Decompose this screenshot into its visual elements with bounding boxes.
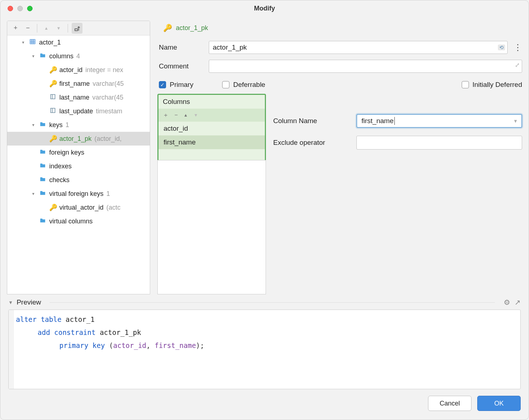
column-detail-form: Column Name first_name ▼ Exclude operato… [273, 94, 522, 294]
remove-column-button[interactable]: − [174, 112, 178, 118]
maximize-window-icon[interactable] [27, 6, 33, 11]
name-input[interactable]: actor_1_pk ⟲ [209, 41, 508, 54]
count-badge: 4 [76, 52, 80, 60]
tree-label: last_name [59, 94, 89, 101]
folder-icon [39, 176, 46, 184]
folder-icon [39, 52, 46, 60]
tree-label: checks [49, 176, 69, 184]
tree-label: actor_1 [39, 39, 61, 46]
column-item-selected[interactable]: first_name [158, 135, 265, 149]
add-column-button[interactable]: ＋ [163, 112, 169, 119]
type-hint: varchar(45 [92, 94, 123, 101]
close-window-icon[interactable] [8, 6, 13, 11]
column-name-combobox[interactable]: first_name ▼ [356, 114, 522, 128]
checkbox-icon [462, 81, 469, 88]
key-column-icon: 🔑 [49, 66, 56, 74]
name-value: actor_1_pk [213, 43, 247, 51]
preview-label: Preview [17, 298, 41, 306]
folder-icon [39, 148, 46, 157]
expand-icon[interactable]: ▾ [30, 122, 36, 127]
tree-keys-group[interactable]: ▾ keys 1 [7, 118, 150, 132]
titlebar: Modify [0, 0, 529, 16]
sync-icon[interactable]: ⟲ [498, 45, 505, 50]
header-title: actor_1_pk [176, 24, 208, 32]
tree-column-item[interactable]: 🔑 actor_id integer = nex [7, 63, 150, 77]
exclude-operator-label: Exclude operator [273, 139, 349, 147]
deferrable-checkbox[interactable]: Deferrable [222, 81, 265, 89]
expand-icon[interactable]: ▾ [20, 40, 26, 45]
tree-column-item[interactable]: last_update timestam [7, 104, 150, 118]
column-name-label: Column Name [273, 117, 349, 125]
svg-rect-1 [30, 39, 35, 44]
comment-label: Comment [157, 62, 203, 70]
exclude-operator-input[interactable] [356, 136, 522, 150]
folder-icon [39, 121, 46, 129]
move-down-button[interactable]: ▼ [194, 113, 198, 118]
checkbox-icon [222, 81, 229, 88]
tree-vfk-group[interactable]: ▾ virtual foreign keys 1 [7, 187, 150, 201]
tree-vcols-group[interactable]: virtual columns [7, 214, 150, 228]
cancel-button[interactable]: Cancel [428, 396, 471, 411]
detail-hint: (actor_id, [94, 135, 122, 143]
move-down-button[interactable]: ▼ [53, 23, 64, 34]
tree-table-node[interactable]: ▾ actor_1 [7, 35, 150, 49]
tree-label: virtual columns [49, 218, 93, 225]
tree-label: indexes [49, 163, 72, 170]
move-up-button[interactable]: ▲ [41, 23, 52, 34]
tree-checks-group[interactable]: checks [7, 173, 150, 187]
collapse-icon[interactable]: ▼ [8, 300, 13, 305]
separator [37, 24, 37, 33]
columns-list[interactable]: actor_id first_name [158, 122, 265, 160]
preview-section: ▼ Preview ⚙ ↗ alter table actor_1 add co… [0, 294, 529, 389]
initially-deferred-checkbox[interactable]: Initially Deferred [462, 81, 522, 89]
checkbox-label: Initially Deferred [473, 81, 522, 89]
gutter [9, 310, 14, 389]
navigate-parent-button[interactable] [72, 23, 82, 34]
sidebar: + − ▲ ▼ ▾ actor_1 ▾ colu [7, 21, 150, 294]
add-button[interactable]: + [10, 23, 21, 34]
open-external-icon[interactable]: ↗ [515, 298, 521, 307]
columns-list-extension[interactable] [157, 160, 266, 294]
object-tree[interactable]: ▾ actor_1 ▾ columns 4 🔑 actor_id integer… [7, 35, 150, 294]
primary-checkbox[interactable]: ✓ Primary [159, 81, 193, 89]
tree-label: first_name [59, 80, 90, 88]
tree-column-item[interactable]: last_name varchar(45 [7, 91, 150, 104]
tree-columns-group[interactable]: ▾ columns 4 [7, 49, 150, 63]
tree-vfk-item[interactable]: 🔑 virtual_actor_id (actc [7, 201, 150, 214]
details-pane: 🔑 actor_1_pk Name actor_1_pk ⟲ ⋮ Comment… [150, 21, 522, 294]
ok-button[interactable]: OK [477, 396, 521, 411]
tree-index-group[interactable]: indexes [7, 159, 150, 173]
key-icon: 🔑 [163, 24, 172, 32]
svg-rect-8 [51, 108, 55, 113]
sql-preview[interactable]: alter table actor_1 add constraint actor… [8, 310, 521, 389]
virtual-key-icon: 🔑 [49, 203, 56, 211]
minimize-window-icon[interactable] [17, 6, 23, 11]
detail-hint: (actc [106, 204, 120, 211]
traffic-lights [0, 6, 33, 11]
move-up-button[interactable]: ▲ [183, 113, 188, 118]
comment-input[interactable]: ⤢ [209, 60, 522, 73]
chevron-down-icon[interactable]: ▼ [513, 118, 518, 124]
tree-label: virtual foreign keys [49, 190, 103, 198]
folder-icon [39, 217, 46, 226]
tree-label: columns [49, 52, 73, 60]
remove-button[interactable]: − [22, 23, 33, 34]
tree-label: actor_1_pk [59, 135, 92, 143]
navigate-up-icon [74, 25, 80, 32]
expand-icon[interactable]: ▾ [30, 191, 36, 196]
type-hint: integer = nex [85, 66, 123, 74]
svg-rect-0 [75, 29, 78, 30]
tree-label: keys [49, 121, 63, 129]
checkbox-checked-icon: ✓ [159, 81, 166, 88]
expand-icon[interactable]: ▾ [30, 54, 36, 59]
tree-key-item-selected[interactable]: 🔑 actor_1_pk (actor_id, [7, 132, 150, 146]
more-menu-icon[interactable]: ⋮ [513, 42, 522, 52]
expand-icon[interactable]: ⤢ [515, 62, 520, 68]
tree-label: virtual_actor_id [59, 204, 103, 211]
gear-icon[interactable]: ⚙ [504, 298, 510, 307]
window-title: Modify [254, 5, 275, 12]
tree-column-item[interactable]: 🔑 first_name varchar(45 [7, 77, 150, 91]
column-item[interactable]: actor_id [158, 122, 265, 135]
tree-fk-group[interactable]: foreign keys [7, 146, 150, 159]
column-icon [49, 107, 56, 116]
